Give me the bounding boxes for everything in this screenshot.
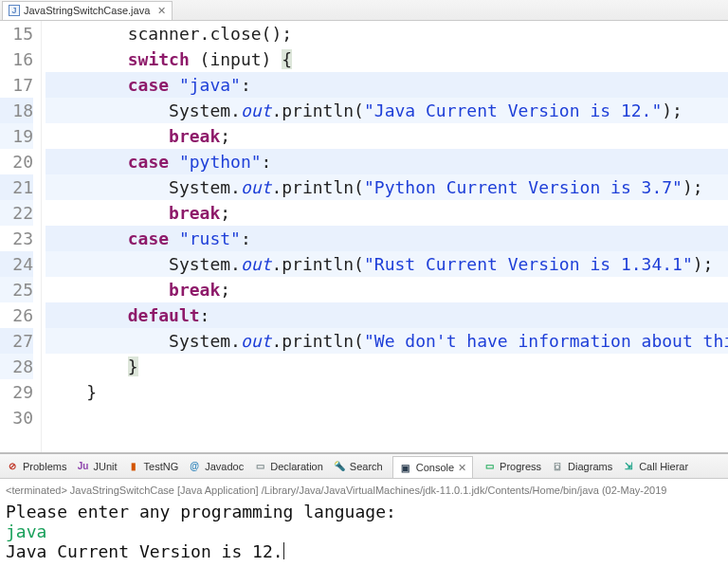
code-line[interactable]: switch (input) { [46, 46, 728, 72]
view-tab-testng[interactable]: ▮TestNG [127, 460, 179, 473]
code-line[interactable]: System.out.println("Python Current Versi… [46, 174, 728, 200]
code-line[interactable]: System.out.println("Rust Current Version… [46, 251, 728, 277]
testng-icon: ▮ [127, 460, 140, 473]
close-icon[interactable]: ✕ [458, 462, 466, 474]
code-line[interactable]: break; [46, 277, 728, 302]
line-number: 16 [0, 46, 33, 72]
diagrams-icon: ⌼ [551, 460, 564, 473]
code-line[interactable]: case "java": [46, 72, 728, 98]
close-icon[interactable]: ✕ [157, 5, 166, 17]
views-tab-strip: ⊘ProblemsJuJUnit▮TestNG@Javadoc▭Declarat… [0, 454, 728, 479]
view-tab-junit[interactable]: JuJUnit [76, 460, 117, 473]
problems-icon: ⊘ [6, 460, 19, 473]
view-tab-console[interactable]: ▣Console ✕ [392, 456, 473, 479]
view-tab-javadoc[interactable]: @Javadoc [188, 460, 244, 473]
view-tab-progress[interactable]: ▭Progress [482, 460, 541, 473]
line-number: 29 [0, 379, 33, 405]
view-tab-label: Console [416, 462, 454, 473]
text-caret [283, 542, 284, 559]
javadoc-icon: @ [188, 460, 201, 473]
view-tab-label: Diagrams [568, 461, 612, 472]
line-number-gutter: 15161718192021222324252627282930 [0, 21, 42, 452]
console-status-line: <terminated> JavaStringSwitchCase [Java … [6, 481, 722, 502]
code-line[interactable]: default: [46, 302, 728, 328]
line-number: 22 [0, 200, 33, 226]
line-number: 28 [0, 354, 33, 379]
view-tab-search[interactable]: 🔦Search [333, 460, 383, 473]
code-line[interactable]: break; [46, 200, 728, 226]
editor-tab-bar: J JavaStringSwitchCase.java ✕ [0, 0, 728, 21]
line-number: 19 [0, 123, 33, 149]
editor-tab-filename: JavaStringSwitchCase.java [24, 5, 150, 16]
code-area[interactable]: scanner.close(); switch (input) { case "… [42, 21, 728, 452]
line-number: 17 [0, 72, 33, 98]
view-tab-call-hierar[interactable]: ⇲Call Hierar [622, 460, 688, 473]
line-number: 15 [0, 21, 33, 46]
java-file-icon: J [9, 5, 20, 16]
search-icon: 🔦 [333, 460, 346, 473]
line-number: 21 [0, 174, 33, 200]
code-line[interactable]: System.out.println("We don't have inform… [46, 328, 728, 354]
line-number: 30 [0, 405, 33, 430]
view-tab-diagrams[interactable]: ⌼Diagrams [551, 460, 612, 473]
console-output-line: Please enter any programming language: [6, 502, 722, 521]
declaration-icon: ▭ [253, 460, 266, 473]
view-tab-label: Javadoc [205, 461, 244, 472]
console-input-line: java [6, 521, 722, 541]
code-editor[interactable]: 15161718192021222324252627282930 scanner… [0, 21, 728, 454]
view-tab-label: JUnit [93, 461, 117, 472]
code-line[interactable]: case "rust": [46, 226, 728, 251]
editor-tab-active[interactable]: J JavaStringSwitchCase.java ✕ [2, 1, 173, 20]
line-number: 20 [0, 149, 33, 174]
code-line[interactable]: scanner.close(); [46, 21, 728, 46]
line-number: 25 [0, 277, 33, 302]
console-icon: ▣ [399, 461, 412, 474]
console-output-line: Java Current Version is 12. [6, 541, 722, 561]
code-line[interactable]: } [46, 354, 728, 379]
console-view: <terminated> JavaStringSwitchCase [Java … [0, 479, 728, 567]
call-hierar-icon: ⇲ [622, 460, 635, 473]
view-tab-label: Search [350, 461, 383, 472]
view-tab-label: Problems [23, 461, 66, 472]
view-tab-declaration[interactable]: ▭Declaration [253, 460, 323, 473]
line-number: 24 [0, 251, 33, 277]
view-tab-problems[interactable]: ⊘Problems [6, 460, 66, 473]
view-tab-label: TestNG [144, 461, 179, 472]
code-line[interactable]: case "python": [46, 149, 728, 174]
view-tab-label: Progress [500, 461, 541, 472]
progress-icon: ▭ [482, 460, 496, 473]
view-tab-label: Declaration [270, 461, 323, 472]
code-line[interactable]: } [46, 379, 728, 405]
junit-icon: Ju [76, 460, 89, 473]
line-number: 26 [0, 302, 33, 328]
view-tab-label: Call Hierar [639, 461, 688, 472]
code-line[interactable]: break; [46, 123, 728, 149]
line-number: 23 [0, 226, 33, 251]
console-output[interactable]: Please enter any programming language:ja… [6, 502, 722, 561]
code-line[interactable]: System.out.println("Java Current Version… [46, 98, 728, 123]
line-number: 18 [0, 98, 33, 123]
line-number: 27 [0, 328, 33, 354]
